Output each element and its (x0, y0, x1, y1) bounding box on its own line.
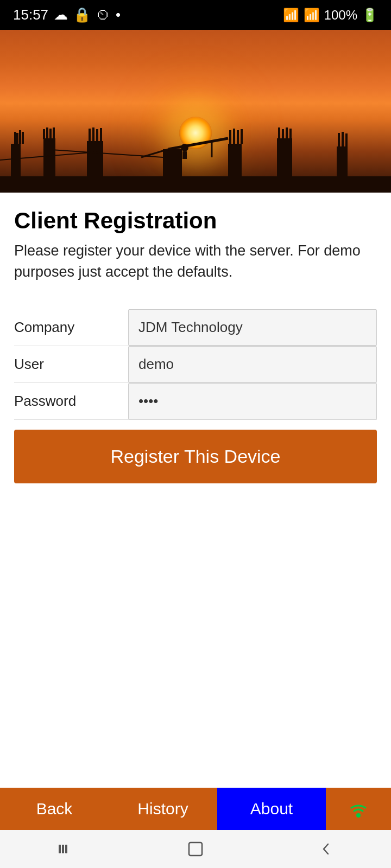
user-input[interactable] (128, 346, 377, 382)
user-label: User (14, 346, 128, 382)
user-row: User (14, 346, 377, 383)
construction-silhouette (0, 127, 391, 193)
svg-rect-21 (182, 151, 187, 159)
svg-rect-23 (229, 130, 231, 144)
svg-rect-31 (289, 129, 292, 138)
page-title: Client Registration (14, 208, 377, 234)
svg-rect-28 (278, 127, 280, 138)
svg-rect-24 (233, 129, 235, 144)
svg-rect-39 (59, 845, 61, 853)
about-label: About (250, 800, 293, 818)
svg-rect-7 (46, 127, 48, 138)
signal-icon: 📶 (304, 8, 320, 23)
svg-rect-26 (241, 129, 243, 144)
svg-rect-2 (16, 133, 18, 144)
svg-point-38 (356, 813, 361, 818)
svg-rect-14 (96, 129, 98, 141)
registration-form: Company User Password (14, 309, 377, 420)
svg-rect-12 (89, 129, 91, 141)
svg-rect-35 (345, 133, 348, 146)
svg-rect-22 (228, 144, 242, 176)
company-input[interactable] (128, 309, 377, 346)
page-subtitle: Please register your device with the ser… (14, 240, 377, 283)
time-display: 15:57 (13, 7, 48, 23)
svg-rect-30 (286, 127, 288, 138)
svg-rect-1 (11, 144, 21, 176)
clock-icon: ⏲ (96, 7, 110, 23)
bottom-navigation: Back History About (0, 788, 391, 830)
svg-line-17 (168, 138, 228, 149)
svg-rect-34 (342, 132, 344, 146)
main-content: Client Registration Please register your… (0, 193, 391, 868)
svg-rect-6 (43, 138, 55, 176)
status-bar-right: 📶 📶 100% 🔋 (283, 8, 378, 23)
svg-rect-0 (0, 176, 391, 193)
company-row: Company (14, 309, 377, 346)
hero-banner (0, 30, 391, 193)
status-bar: 15:57 ☁ 🔒 ⏲ • 📶 📶 100% 🔋 (0, 0, 391, 30)
svg-rect-5 (14, 132, 16, 144)
svg-rect-29 (282, 129, 284, 138)
svg-rect-42 (189, 843, 202, 856)
svg-rect-3 (19, 130, 21, 144)
nav-history[interactable]: History (109, 788, 217, 830)
svg-rect-8 (49, 129, 52, 138)
nav-back[interactable]: Back (0, 788, 109, 830)
back-label: Back (36, 800, 73, 818)
svg-rect-10 (43, 129, 45, 139)
wifi-icon: 📶 (283, 8, 299, 23)
battery-percent: 100% (324, 8, 357, 23)
password-input[interactable] (128, 383, 377, 419)
svg-point-20 (181, 144, 188, 151)
cloud-icon: ☁ (54, 7, 68, 23)
svg-rect-41 (65, 845, 67, 853)
company-label: Company (14, 309, 128, 346)
svg-rect-25 (237, 130, 239, 144)
dot-icon: • (116, 7, 121, 23)
android-navigation-bar (0, 830, 391, 868)
history-label: History (137, 800, 188, 818)
android-menu-button[interactable] (49, 838, 81, 860)
svg-rect-11 (87, 141, 103, 176)
register-button[interactable]: Register This Device (14, 430, 377, 483)
svg-rect-40 (62, 845, 64, 853)
svg-rect-33 (338, 133, 340, 146)
status-bar-left: 15:57 ☁ 🔒 ⏲ • (13, 7, 121, 23)
svg-rect-16 (163, 149, 182, 176)
android-home-button[interactable] (179, 838, 212, 860)
password-label: Password (14, 383, 128, 419)
svg-rect-4 (22, 132, 24, 144)
nav-about[interactable]: About (217, 788, 326, 830)
svg-rect-13 (92, 127, 94, 141)
svg-rect-32 (337, 146, 348, 176)
nav-wifi-icon (326, 788, 391, 830)
svg-rect-27 (277, 138, 292, 176)
password-row: Password (14, 383, 377, 420)
lock-icon: 🔒 (73, 7, 91, 23)
svg-rect-15 (100, 128, 102, 141)
battery-icon: 🔋 (362, 8, 378, 23)
android-back-button[interactable] (310, 838, 342, 860)
svg-rect-9 (53, 127, 55, 139)
